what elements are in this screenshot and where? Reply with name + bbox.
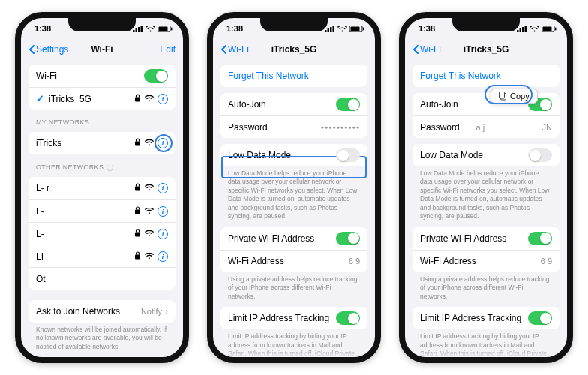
low-data-toggle[interactable] <box>336 148 360 162</box>
edit-button[interactable]: Edit <box>160 44 176 55</box>
content[interactable]: Forget This Network Auto-Join Password a… <box>405 60 567 357</box>
network-row[interactable]: L- ri <box>28 177 176 200</box>
private-address-toggle[interactable] <box>528 232 552 245</box>
forget-group: Forget This Network <box>220 64 368 87</box>
limit-group: Limit IP Address Tracking <box>412 307 560 329</box>
svg-rect-6 <box>171 27 172 30</box>
limit-tracking-toggle[interactable] <box>528 311 552 325</box>
info-icon[interactable]: i <box>158 251 168 262</box>
limit-tracking-row[interactable]: Limit IP Address Tracking <box>412 307 560 329</box>
svg-rect-16 <box>333 26 335 32</box>
wifi-toggle[interactable] <box>144 69 168 82</box>
phone-detail-copy: 1:38 Wi-Fi iTricks_5G Forget This Networ… <box>399 12 573 363</box>
status-icons <box>325 26 364 32</box>
svg-rect-0 <box>133 30 135 32</box>
private-address-row[interactable]: Private Wi-Fi Address <box>412 227 560 250</box>
forget-network-button[interactable]: Forget This Network <box>412 64 560 87</box>
wifi-toggle-row[interactable]: Wi-Fi <box>28 64 176 87</box>
svg-rect-2 <box>138 27 140 32</box>
low-data-row[interactable]: Low Data Mode <box>412 144 560 166</box>
wifi-status-icon <box>530 26 539 32</box>
limit-tracking-row[interactable]: Limit IP Address Tracking <box>220 307 368 329</box>
network-row[interactable]: L-i <box>28 222 176 244</box>
low-data-row[interactable]: Low Data Mode <box>220 144 368 166</box>
wifi-status-icon <box>338 26 347 32</box>
svg-rect-10 <box>135 209 140 214</box>
ask-join-row[interactable]: Ask to Join Networks Notify › <box>28 300 176 322</box>
password-row[interactable]: Password a j JN <box>412 116 560 138</box>
info-icon[interactable]: i <box>158 94 168 104</box>
copy-label: Copy <box>510 92 530 100</box>
lock-icon <box>134 251 141 262</box>
svg-rect-7 <box>135 97 140 101</box>
status-time: 1:38 <box>34 24 51 33</box>
status-icons <box>133 26 172 32</box>
lock-icon <box>134 183 141 194</box>
info-icon[interactable]: i <box>158 206 168 217</box>
private-address-row[interactable]: Private Wi-Fi Address <box>220 227 368 250</box>
connected-network-row[interactable]: ✓ iTricks_5G i <box>28 87 176 110</box>
lock-icon <box>134 229 141 239</box>
copy-popover[interactable]: Copy <box>490 88 538 104</box>
password-row[interactable]: Password ●●●●●●●●●● <box>220 116 368 138</box>
info-icon[interactable]: i <box>158 229 168 239</box>
limit-tracking-toggle[interactable] <box>336 311 360 325</box>
chevron-left-icon <box>220 45 226 54</box>
svg-rect-18 <box>351 26 360 31</box>
network-row[interactable]: LIi <box>28 244 176 267</box>
connected-network-name: iTricks_5G <box>49 94 92 104</box>
wifi-address-row: Wi-Fi Address 6 9 <box>412 250 560 272</box>
info-icon[interactable]: i <box>158 138 168 148</box>
battery-icon <box>158 26 172 32</box>
lock-icon <box>134 94 141 104</box>
network-row[interactable]: Ot <box>28 267 176 290</box>
notch <box>68 18 136 32</box>
svg-rect-23 <box>525 26 527 32</box>
content[interactable]: Forget This Network Auto-Join Password ●… <box>213 60 375 357</box>
svg-rect-19 <box>363 27 364 30</box>
svg-rect-25 <box>543 26 552 31</box>
wifi-icon <box>145 138 154 148</box>
wifi-label: Wi-Fi <box>36 70 57 81</box>
nav-bar: Settings Wi-Fi Edit <box>21 39 183 60</box>
status-icons <box>517 26 556 32</box>
lowdata-group: Low Data Mode <box>412 144 560 166</box>
info-icon[interactable]: i <box>158 183 168 194</box>
autojoin-group: Auto-Join Password ●●●●●●●●●● <box>220 93 368 138</box>
checkmark-icon: ✓ <box>36 93 44 104</box>
lowdata-footer: Low Data Mode helps reduce your iPhone d… <box>420 170 552 221</box>
back-button[interactable]: Wi-Fi <box>412 44 441 55</box>
chevron-left-icon <box>28 45 34 54</box>
limit-footer: Limit IP address tracking by hiding your… <box>228 332 360 357</box>
password-value: ●●●●●●●●●● <box>321 124 360 130</box>
svg-rect-9 <box>135 187 140 191</box>
svg-rect-15 <box>330 27 332 32</box>
low-data-toggle[interactable] <box>528 148 552 162</box>
network-name: iTricks <box>36 138 62 148</box>
private-address-toggle[interactable] <box>336 232 360 245</box>
wifi-icon <box>145 94 154 104</box>
private-group: Private Wi-Fi Address Wi-Fi Address 6 9 <box>412 227 560 272</box>
ask-join-footer: Known networks will be joined automatica… <box>36 326 168 351</box>
my-networks-group: iTricks i <box>28 132 176 154</box>
password-value: a j JN <box>476 123 552 132</box>
network-row[interactable]: L-i <box>28 200 176 222</box>
wifi-icon <box>145 183 154 194</box>
back-button[interactable]: Settings <box>28 44 68 55</box>
lock-icon <box>134 206 141 217</box>
network-row[interactable]: iTricks i <box>28 132 176 154</box>
content[interactable]: Wi-Fi ✓ iTricks_5G i MY NETWORKS iTricks <box>21 60 183 357</box>
lowdata-footer: Low Data Mode helps reduce your iPhone d… <box>228 170 360 221</box>
svg-rect-1 <box>136 28 138 32</box>
auto-join-row[interactable]: Auto-Join <box>220 93 368 116</box>
back-button[interactable]: Wi-Fi <box>220 44 249 55</box>
wifi-address-row: Wi-Fi Address 6 9 <box>220 250 368 272</box>
svg-rect-3 <box>141 26 143 32</box>
forget-network-button[interactable]: Forget This Network <box>220 64 368 87</box>
back-label: Wi-Fi <box>420 44 441 55</box>
svg-rect-12 <box>135 254 140 259</box>
auto-join-toggle[interactable] <box>336 98 360 111</box>
phone-wifi-list: 1:38 Settings Wi-Fi Edit Wi-Fi ✓ iTricks… <box>15 12 189 363</box>
svg-rect-14 <box>328 28 330 32</box>
svg-rect-21 <box>520 28 522 32</box>
